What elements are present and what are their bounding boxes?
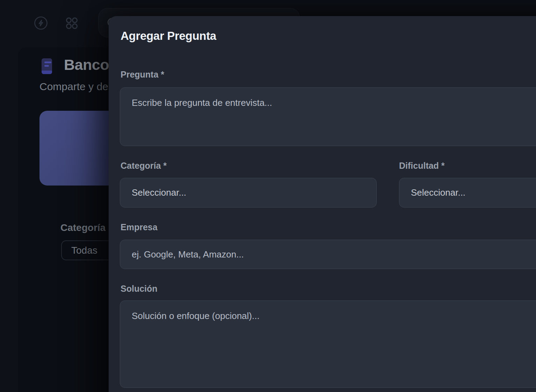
grid-apps-button[interactable] xyxy=(65,16,79,30)
difficulty-label: Dificultad * xyxy=(399,161,445,171)
solution-textarea[interactable] xyxy=(120,300,536,388)
category-filter-label: Categoría xyxy=(60,222,106,233)
category-select-value: Seleccionar... xyxy=(132,187,186,198)
category-select[interactable]: Seleccionar... xyxy=(120,178,377,208)
bolt-button[interactable] xyxy=(34,16,48,30)
company-input[interactable] xyxy=(120,240,536,269)
add-question-modal: Agregar Pregunta Pregunta * Categoría * … xyxy=(109,16,536,392)
question-label: Pregunta * xyxy=(121,70,164,80)
book-icon xyxy=(42,58,52,74)
grid-icon xyxy=(65,26,79,31)
question-textarea[interactable] xyxy=(120,87,536,146)
company-label: Empresa xyxy=(121,222,158,232)
solution-label: Solución xyxy=(121,284,158,294)
difficulty-select-value: Seleccionar... xyxy=(411,187,465,198)
difficulty-select[interactable]: Seleccionar... xyxy=(399,178,536,208)
modal-title: Agregar Pregunta xyxy=(121,29,216,43)
bolt-icon xyxy=(34,26,48,31)
category-label: Categoría * xyxy=(121,161,167,171)
screen: Banco Comparte y des Categoría Todas Agr… xyxy=(0,0,536,392)
